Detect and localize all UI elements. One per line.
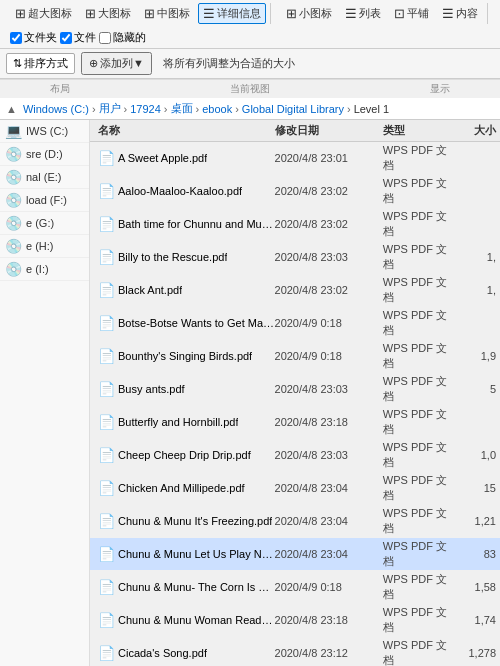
- medium-icon-btn[interactable]: ⊞ 中图标: [139, 3, 195, 24]
- pdf-icon: 📄: [98, 183, 115, 199]
- add-col-btn[interactable]: ⊕ 添加列▼: [81, 52, 152, 75]
- small-icon-btn[interactable]: ⊞ 小图标: [281, 3, 337, 24]
- fit-col-btn[interactable]: 将所有列调整为合适的大小: [158, 53, 300, 74]
- pdf-icon: 📄: [98, 579, 115, 595]
- breadcrumb-item-3[interactable]: 桌面: [171, 101, 193, 116]
- folder-checkbox[interactable]: [10, 32, 22, 44]
- table-row[interactable]: 📄 Chunu & Munu Let Us Play Now.pdf 2020/…: [90, 538, 500, 571]
- extra-large-icon: ⊞: [15, 6, 26, 21]
- breadcrumb-item-1[interactable]: 用户: [99, 101, 121, 116]
- content-icon: ☰: [442, 6, 454, 21]
- layout-group: ⊞ 超大图标 ⊞ 大图标 ⊞ 中图标 ☰ 详细信息: [6, 3, 271, 24]
- column-headers: 名称 修改日期 类型 大小: [90, 120, 500, 142]
- file-size-cell: 1,58: [458, 581, 500, 593]
- file-name-cell: 📄 Chunu & Munu It's Freezing.pdf: [90, 513, 275, 529]
- checkbox-group: 文件夹 文件 隐藏的: [6, 30, 150, 45]
- file-name-text: Black Ant.pdf: [118, 284, 182, 296]
- file-date-cell: 2020/4/8 23:03: [275, 251, 383, 263]
- file-name-cell: 📄 Billy to the Rescue.pdf: [90, 249, 275, 265]
- sidebar-item-3[interactable]: 💿 load (F:): [0, 189, 89, 212]
- table-row[interactable]: 📄 Cheep Cheep Drip Drip.pdf 2020/4/8 23:…: [90, 439, 500, 472]
- file-name-cell: 📄 Chicken And Millipede.pdf: [90, 480, 275, 496]
- file-name-cell: 📄 Aaloo-Maaloo-Kaaloo.pdf: [90, 183, 275, 199]
- table-row[interactable]: 📄 Black Ant.pdf 2020/4/8 23:02 WPS PDF 文…: [90, 274, 500, 307]
- table-row[interactable]: 📄 Botse-Botse Wants to Get Married.pdf 2…: [90, 307, 500, 340]
- list-btn[interactable]: ☰ 列表: [340, 3, 386, 24]
- file-size-cell: 1,0: [458, 449, 500, 461]
- table-row[interactable]: 📄 Chunu & Munu Woman Read.pdf 2020/4/8 2…: [90, 604, 500, 637]
- file-name-text: Botse-Botse Wants to Get Married.pdf: [118, 317, 275, 329]
- sidebar-item-1[interactable]: 💿 sre (D:): [0, 143, 89, 166]
- sort-btn[interactable]: ⇅ 排序方式: [6, 53, 75, 74]
- file-checkbox-label[interactable]: 文件: [60, 30, 96, 45]
- file-name-cell: 📄 Bath time for Chunnu and Munnu.pdf: [90, 216, 275, 232]
- file-date-cell: 2020/4/8 23:04: [275, 482, 383, 494]
- pdf-icon: 📄: [98, 414, 115, 430]
- breadcrumb-item-0[interactable]: Windows (C:): [23, 103, 89, 115]
- breadcrumb-item-4[interactable]: ebook: [202, 103, 232, 115]
- detail-view-btn[interactable]: ☰ 详细信息: [198, 3, 266, 24]
- col-type-header[interactable]: 类型: [383, 123, 458, 138]
- drive-icon-6: 💿: [5, 261, 22, 277]
- file-type-cell: WPS PDF 文档: [383, 440, 458, 470]
- table-row[interactable]: 📄 Butterfly and Hornbill.pdf 2020/4/8 23…: [90, 406, 500, 439]
- pdf-icon: 📄: [98, 645, 115, 661]
- file-date-cell: 2020/4/8 23:12: [275, 647, 383, 659]
- view-group-2: ⊞ 小图标 ☰ 列表 ⊡ 平铺 ☰ 内容: [277, 3, 488, 24]
- col-name-header[interactable]: 名称: [90, 123, 275, 138]
- file-name-text: Cheep Cheep Drip Drip.pdf: [118, 449, 251, 461]
- sidebar-item-5[interactable]: 💿 e (H:): [0, 235, 89, 258]
- table-row[interactable]: 📄 Bath time for Chunnu and Munnu.pdf 202…: [90, 208, 500, 241]
- sidebar-item-2[interactable]: 💿 nal (E:): [0, 166, 89, 189]
- content-btn[interactable]: ☰ 内容: [437, 3, 483, 24]
- pdf-icon: 📄: [98, 546, 115, 562]
- pdf-icon: 📄: [98, 348, 115, 364]
- medium-icon: ⊞: [144, 6, 155, 21]
- file-size-cell: 1,278: [458, 647, 500, 659]
- folder-checkbox-label[interactable]: 文件夹: [10, 30, 57, 45]
- drive-icon-2: 💿: [5, 169, 22, 185]
- breadcrumb-item-2[interactable]: 17924: [130, 103, 161, 115]
- file-date-cell: 2020/4/8 23:02: [275, 218, 383, 230]
- file-name-text: Butterfly and Hornbill.pdf: [118, 416, 238, 428]
- file-name-cell: 📄 Black Ant.pdf: [90, 282, 275, 298]
- table-row[interactable]: 📄 Chunu & Munu- The Corn Is Yummyl.... 2…: [90, 571, 500, 604]
- hidden-checkbox[interactable]: [99, 32, 111, 44]
- file-type-cell: WPS PDF 文档: [383, 539, 458, 569]
- breadcrumb-up-icon[interactable]: ▲: [6, 103, 17, 115]
- large-icon-btn[interactable]: ⊞ 大图标: [80, 3, 136, 24]
- table-row[interactable]: 📄 Cicada's Song.pdf 2020/4/8 23:12 WPS P…: [90, 637, 500, 666]
- file-checkbox[interactable]: [60, 32, 72, 44]
- small-icon: ⊞: [286, 6, 297, 21]
- file-date-cell: 2020/4/8 23:18: [275, 416, 383, 428]
- file-type-cell: WPS PDF 文档: [383, 176, 458, 206]
- file-name-cell: 📄 Chunu & Munu Woman Read.pdf: [90, 612, 275, 628]
- table-row[interactable]: 📄 Busy ants.pdf 2020/4/8 23:03 WPS PDF 文…: [90, 373, 500, 406]
- file-type-cell: WPS PDF 文档: [383, 407, 458, 437]
- file-name-text: Chunu & Munu- The Corn Is Yummyl....: [118, 581, 275, 593]
- file-name-text: Billy to the Rescue.pdf: [118, 251, 227, 263]
- file-name-cell: 📄 Cheep Cheep Drip Drip.pdf: [90, 447, 275, 463]
- pdf-icon: 📄: [98, 513, 115, 529]
- col-size-header[interactable]: 大小: [458, 123, 500, 138]
- table-row[interactable]: 📄 Aaloo-Maaloo-Kaaloo.pdf 2020/4/8 23:02…: [90, 175, 500, 208]
- tile-btn[interactable]: ⊡ 平铺: [389, 3, 434, 24]
- table-row[interactable]: 📄 Chicken And Millipede.pdf 2020/4/8 23:…: [90, 472, 500, 505]
- file-size-cell: 1,9: [458, 350, 500, 362]
- sidebar-item-0[interactable]: 💻 IWS (C:): [0, 120, 89, 143]
- file-name-cell: 📄 Busy ants.pdf: [90, 381, 275, 397]
- table-row[interactable]: 📄 Billy to the Rescue.pdf 2020/4/8 23:03…: [90, 241, 500, 274]
- sidebar-item-6[interactable]: 💿 e (I:): [0, 258, 89, 281]
- hidden-checkbox-label[interactable]: 隐藏的: [99, 30, 146, 45]
- table-row[interactable]: 📄 A Sweet Apple.pdf 2020/4/8 23:01 WPS P…: [90, 142, 500, 175]
- breadcrumb-item-5[interactable]: Global Digital Library: [242, 103, 344, 115]
- file-size-cell: 5: [458, 383, 500, 395]
- table-row[interactable]: 📄 Bounthy's Singing Birds.pdf 2020/4/9 0…: [90, 340, 500, 373]
- file-date-cell: 2020/4/8 23:02: [275, 185, 383, 197]
- extra-large-icon-btn[interactable]: ⊞ 超大图标: [10, 3, 77, 24]
- table-row[interactable]: 📄 Chunu & Munu It's Freezing.pdf 2020/4/…: [90, 505, 500, 538]
- file-date-cell: 2020/4/8 23:03: [275, 449, 383, 461]
- drive-icon-0: 💻: [5, 123, 22, 139]
- sidebar-item-4[interactable]: 💿 e (G:): [0, 212, 89, 235]
- col-date-header[interactable]: 修改日期: [275, 123, 383, 138]
